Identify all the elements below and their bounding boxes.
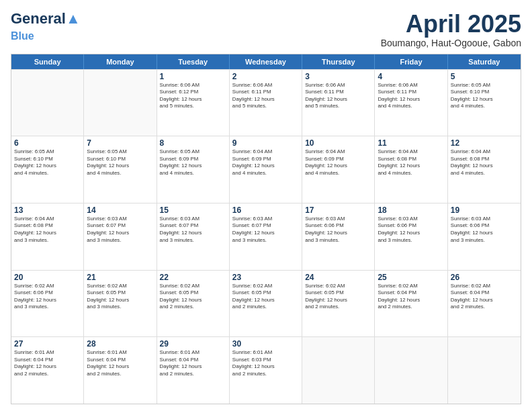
calendar-header: SundayMondayTuesdayWednesdayThursdayFrid… — [11, 54, 521, 69]
calendar-day-25: 25Sunrise: 6:02 AM Sunset: 6:04 PM Dayli… — [375, 271, 447, 337]
calendar-day-30: 30Sunrise: 6:01 AM Sunset: 6:03 PM Dayli… — [230, 337, 302, 404]
calendar: SundayMondayTuesdayWednesdayThursdayFrid… — [11, 54, 521, 404]
calendar-day-18: 18Sunrise: 6:03 AM Sunset: 6:06 PM Dayli… — [375, 203, 447, 270]
title-month: April 2025 — [381, 11, 521, 38]
day-info: Sunrise: 6:02 AM Sunset: 6:05 PM Dayligh… — [160, 283, 226, 311]
day-info: Sunrise: 6:03 AM Sunset: 6:06 PM Dayligh… — [378, 216, 444, 244]
day-of-week-friday: Friday — [375, 54, 447, 69]
day-number: 7 — [87, 138, 153, 148]
calendar-empty-cell — [11, 70, 84, 136]
day-number: 1 — [160, 72, 226, 81]
title-location: Boumango, Haut-Ogooue, Gabon — [381, 38, 521, 48]
calendar-day-21: 21Sunrise: 6:02 AM Sunset: 6:05 PM Dayli… — [84, 271, 157, 337]
calendar-day-13: 13Sunrise: 6:04 AM Sunset: 6:08 PM Dayli… — [11, 203, 84, 270]
day-number: 16 — [232, 205, 299, 215]
day-number: 2 — [232, 72, 299, 81]
day-of-week-tuesday: Tuesday — [157, 54, 230, 69]
day-number: 15 — [160, 205, 226, 215]
day-info: Sunrise: 6:05 AM Sunset: 6:09 PM Dayligh… — [160, 148, 226, 177]
calendar-row: 6Sunrise: 6:05 AM Sunset: 6:10 PM Daylig… — [11, 136, 521, 203]
logo-general: General — [11, 10, 66, 27]
calendar-day-2: 2Sunrise: 6:06 AM Sunset: 6:11 PM Daylig… — [230, 70, 302, 136]
calendar-row: 20Sunrise: 6:02 AM Sunset: 6:06 PM Dayli… — [11, 270, 521, 337]
calendar-day-17: 17Sunrise: 6:03 AM Sunset: 6:06 PM Dayli… — [302, 203, 375, 270]
calendar-day-5: 5Sunrise: 6:05 AM Sunset: 6:10 PM Daylig… — [448, 70, 521, 136]
calendar-row: 1Sunrise: 6:06 AM Sunset: 6:12 PM Daylig… — [11, 69, 521, 136]
calendar-day-15: 15Sunrise: 6:03 AM Sunset: 6:07 PM Dayli… — [157, 203, 230, 270]
header: General▲ Blue April 2025 Boumango, Haut-… — [11, 11, 521, 48]
day-info: Sunrise: 6:03 AM Sunset: 6:06 PM Dayligh… — [305, 216, 371, 244]
day-info: Sunrise: 6:03 AM Sunset: 6:07 PM Dayligh… — [87, 216, 153, 244]
calendar-day-12: 12Sunrise: 6:04 AM Sunset: 6:08 PM Dayli… — [448, 136, 521, 203]
calendar-day-6: 6Sunrise: 6:05 AM Sunset: 6:10 PM Daylig… — [11, 136, 84, 203]
calendar-day-27: 27Sunrise: 6:01 AM Sunset: 6:04 PM Dayli… — [11, 337, 84, 404]
day-number: 26 — [451, 273, 518, 282]
day-number: 17 — [305, 205, 371, 215]
day-info: Sunrise: 6:05 AM Sunset: 6:10 PM Dayligh… — [87, 148, 153, 177]
day-info: Sunrise: 6:02 AM Sunset: 6:04 PM Dayligh… — [378, 283, 444, 311]
calendar-day-4: 4Sunrise: 6:06 AM Sunset: 6:11 PM Daylig… — [375, 70, 447, 136]
day-info: Sunrise: 6:02 AM Sunset: 6:05 PM Dayligh… — [87, 283, 153, 311]
calendar-empty-cell — [448, 337, 521, 404]
day-number: 29 — [160, 339, 226, 349]
day-info: Sunrise: 6:01 AM Sunset: 6:04 PM Dayligh… — [160, 349, 226, 377]
page: General▲ Blue April 2025 Boumango, Haut-… — [0, 0, 532, 411]
day-number: 5 — [451, 72, 518, 81]
calendar-day-11: 11Sunrise: 6:04 AM Sunset: 6:08 PM Dayli… — [375, 136, 447, 203]
day-info: Sunrise: 6:04 AM Sunset: 6:09 PM Dayligh… — [232, 148, 299, 177]
calendar-day-24: 24Sunrise: 6:02 AM Sunset: 6:05 PM Dayli… — [302, 271, 375, 337]
day-info: Sunrise: 6:04 AM Sunset: 6:08 PM Dayligh… — [451, 148, 518, 177]
day-number: 22 — [160, 273, 226, 282]
logo-blue-text: Blue — [11, 30, 34, 42]
day-number: 19 — [451, 205, 518, 215]
calendar-day-26: 26Sunrise: 6:02 AM Sunset: 6:04 PM Dayli… — [448, 271, 521, 337]
day-info: Sunrise: 6:01 AM Sunset: 6:03 PM Dayligh… — [232, 349, 299, 377]
calendar-day-22: 22Sunrise: 6:02 AM Sunset: 6:05 PM Dayli… — [157, 271, 230, 337]
day-info: Sunrise: 6:05 AM Sunset: 6:10 PM Dayligh… — [451, 82, 518, 110]
day-info: Sunrise: 6:02 AM Sunset: 6:05 PM Dayligh… — [232, 283, 299, 311]
calendar-day-28: 28Sunrise: 6:01 AM Sunset: 6:04 PM Dayli… — [84, 337, 157, 404]
day-of-week-thursday: Thursday — [302, 54, 375, 69]
day-number: 28 — [87, 339, 153, 349]
day-info: Sunrise: 6:04 AM Sunset: 6:09 PM Dayligh… — [305, 148, 371, 177]
logo-text: General▲ Blue — [11, 11, 81, 43]
title-area: April 2025 Boumango, Haut-Ogooue, Gabon — [381, 11, 521, 48]
day-number: 6 — [14, 138, 81, 148]
day-number: 10 — [305, 138, 371, 148]
day-number: 4 — [378, 72, 444, 81]
day-number: 18 — [378, 205, 444, 215]
day-of-week-sunday: Sunday — [11, 54, 84, 69]
calendar-day-29: 29Sunrise: 6:01 AM Sunset: 6:04 PM Dayli… — [157, 337, 230, 404]
day-info: Sunrise: 6:03 AM Sunset: 6:06 PM Dayligh… — [451, 216, 518, 244]
calendar-empty-cell — [302, 337, 375, 404]
day-number: 14 — [87, 205, 153, 215]
calendar-day-7: 7Sunrise: 6:05 AM Sunset: 6:10 PM Daylig… — [84, 136, 157, 203]
calendar-day-8: 8Sunrise: 6:05 AM Sunset: 6:09 PM Daylig… — [157, 136, 230, 203]
calendar-day-3: 3Sunrise: 6:06 AM Sunset: 6:11 PM Daylig… — [302, 70, 375, 136]
logo-blue: ▲ — [66, 10, 81, 27]
day-number: 20 — [14, 273, 81, 282]
day-number: 23 — [232, 273, 299, 282]
calendar-day-10: 10Sunrise: 6:04 AM Sunset: 6:09 PM Dayli… — [302, 136, 375, 203]
logo: General▲ Blue — [11, 11, 81, 43]
day-of-week-wednesday: Wednesday — [230, 54, 302, 69]
calendar-day-20: 20Sunrise: 6:02 AM Sunset: 6:06 PM Dayli… — [11, 271, 84, 337]
day-number: 3 — [305, 72, 371, 81]
day-info: Sunrise: 6:02 AM Sunset: 6:04 PM Dayligh… — [451, 283, 518, 311]
calendar-day-19: 19Sunrise: 6:03 AM Sunset: 6:06 PM Dayli… — [448, 203, 521, 270]
day-number: 30 — [232, 339, 299, 349]
calendar-row: 13Sunrise: 6:04 AM Sunset: 6:08 PM Dayli… — [11, 203, 521, 270]
day-number: 24 — [305, 273, 371, 282]
day-info: Sunrise: 6:01 AM Sunset: 6:04 PM Dayligh… — [14, 349, 81, 377]
day-info: Sunrise: 6:06 AM Sunset: 6:11 PM Dayligh… — [378, 82, 444, 110]
day-number: 12 — [451, 138, 518, 148]
day-info: Sunrise: 6:06 AM Sunset: 6:12 PM Dayligh… — [160, 82, 226, 110]
calendar-day-1: 1Sunrise: 6:06 AM Sunset: 6:12 PM Daylig… — [157, 70, 230, 136]
calendar-day-14: 14Sunrise: 6:03 AM Sunset: 6:07 PM Dayli… — [84, 203, 157, 270]
day-of-week-saturday: Saturday — [448, 54, 521, 69]
day-info: Sunrise: 6:02 AM Sunset: 6:06 PM Dayligh… — [14, 283, 81, 311]
calendar-day-23: 23Sunrise: 6:02 AM Sunset: 6:05 PM Dayli… — [230, 271, 302, 337]
day-number: 9 — [232, 138, 299, 148]
calendar-row: 27Sunrise: 6:01 AM Sunset: 6:04 PM Dayli… — [11, 336, 521, 404]
day-info: Sunrise: 6:06 AM Sunset: 6:11 PM Dayligh… — [305, 82, 371, 110]
